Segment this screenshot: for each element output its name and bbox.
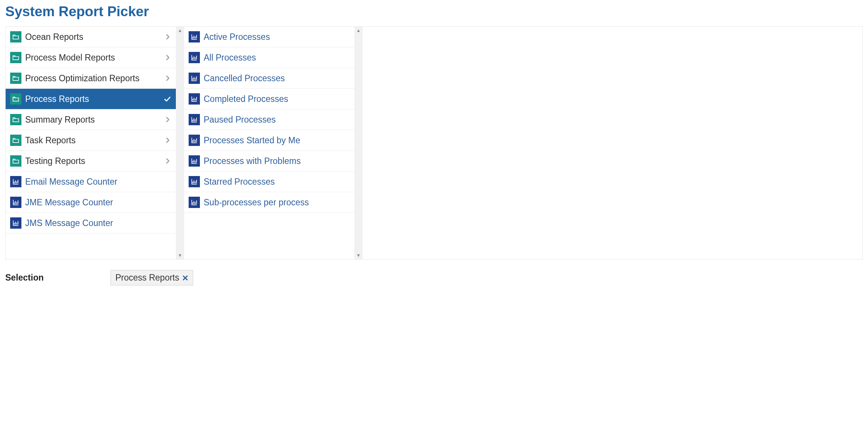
folder-icon [10,135,21,146]
row-label: Paused Processes [204,115,350,125]
row-label: Process Reports [25,94,159,104]
chart-icon [189,114,200,125]
chart-icon [189,197,200,208]
check-icon [163,95,171,103]
report-row-5[interactable]: Processes Started by Me [184,130,354,151]
row-label: Active Processes [204,32,350,42]
folder-row-4[interactable]: Summary Reports [6,109,176,130]
scroll-up-icon: ▲ [356,28,361,33]
row-label: Completed Processes [204,94,350,104]
column-preview [363,27,862,259]
chart-icon [189,176,200,187]
row-label: All Processes [204,53,350,63]
page-title: System Report Picker [5,4,863,20]
chart-icon [189,135,200,146]
chevron-right-icon [164,54,171,61]
scrollbar-middle[interactable]: ▲ ▼ [354,27,363,259]
left-list: Ocean ReportsProcess Model ReportsProces… [6,27,176,259]
row-label: Process Optimization Reports [25,73,160,83]
folder-icon [10,52,21,63]
row-label: Email Message Counter [25,177,171,187]
chart-icon [189,31,200,42]
report-row-1[interactable]: All Processes [184,47,354,68]
folder-row-3[interactable]: Process Reports [6,89,176,109]
row-label: Testing Reports [25,156,160,166]
scroll-up-icon: ▲ [178,28,182,33]
report-row-7[interactable]: Email Message Counter [6,171,176,192]
row-label: JME Message Counter [25,197,171,208]
row-label: Sub-processes per process [204,197,350,208]
remove-selection-button[interactable] [182,275,188,281]
middle-list: Active ProcessesAll ProcessesCancelled P… [184,27,354,259]
report-row-2[interactable]: Cancelled Processes [184,68,354,89]
folder-icon [10,93,21,105]
row-label: Cancelled Processes [204,73,350,83]
picker-container: Ocean ReportsProcess Model ReportsProces… [5,26,863,260]
folder-icon [10,31,21,42]
folder-icon [10,73,21,84]
chevron-right-icon [164,116,171,123]
folder-icon [10,114,21,125]
chart-icon [189,155,200,167]
report-row-8[interactable]: JME Message Counter [6,192,176,213]
report-row-9[interactable]: JMS Message Counter [6,213,176,234]
row-label: Task Reports [25,135,160,146]
report-row-4[interactable]: Paused Processes [184,109,354,130]
chevron-right-icon [164,74,171,82]
row-label: JMS Message Counter [25,218,171,228]
selection-chip[interactable]: Process Reports [110,270,193,285]
row-label: Summary Reports [25,115,160,125]
report-row-8[interactable]: Sub-processes per process [184,192,354,213]
chevron-right-icon [164,157,171,165]
chart-icon [189,73,200,84]
scroll-down-icon: ▼ [356,253,361,258]
scrollbar-left[interactable]: ▲ ▼ [176,27,184,259]
folder-icon [10,155,21,167]
chevron-right-icon [164,33,171,41]
chart-icon [10,197,21,208]
row-label: Process Model Reports [25,53,160,63]
scroll-down-icon: ▼ [178,253,182,258]
column-categories: Ocean ReportsProcess Model ReportsProces… [6,27,184,259]
row-label: Starred Processes [204,177,350,187]
chart-icon [189,93,200,105]
folder-row-0[interactable]: Ocean Reports [6,27,176,47]
close-icon [182,275,188,281]
chart-icon [189,52,200,63]
report-row-7[interactable]: Starred Processes [184,171,354,192]
selection-bar: Selection Process Reports [5,270,863,285]
column-reports: Active ProcessesAll ProcessesCancelled P… [184,27,363,259]
report-row-3[interactable]: Completed Processes [184,89,354,109]
chevron-right-icon [164,137,171,144]
row-label: Ocean Reports [25,32,160,42]
selection-chip-text: Process Reports [115,273,179,283]
folder-row-6[interactable]: Testing Reports [6,151,176,171]
report-row-0[interactable]: Active Processes [184,27,354,47]
row-label: Processes with Problems [204,156,350,166]
selection-label: Selection [5,273,110,283]
folder-row-2[interactable]: Process Optimization Reports [6,68,176,89]
report-row-6[interactable]: Processes with Problems [184,151,354,171]
row-label: Processes Started by Me [204,135,350,146]
folder-row-1[interactable]: Process Model Reports [6,47,176,68]
chart-icon [10,176,21,187]
chart-icon [10,217,21,229]
folder-row-5[interactable]: Task Reports [6,130,176,151]
